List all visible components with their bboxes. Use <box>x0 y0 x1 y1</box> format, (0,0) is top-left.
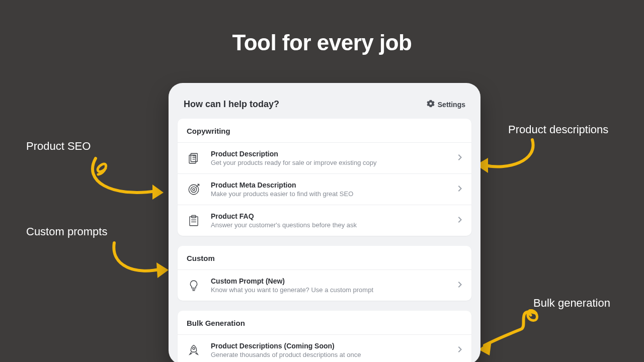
chevron-right-icon <box>457 345 462 355</box>
svg-marker-0 <box>152 185 164 200</box>
row-title: Custom Prompt (New) <box>211 277 457 285</box>
row-subtitle: Get your products ready for sale or impr… <box>211 159 457 166</box>
settings-button[interactable]: Settings <box>427 100 465 109</box>
card-title: How can I help today? <box>184 99 279 110</box>
svg-point-19 <box>193 347 195 349</box>
row-body: Product FAQ Answer your customer's quest… <box>211 212 457 229</box>
svg-point-10 <box>191 187 196 192</box>
callout-custom-prompts: Custom prompts <box>26 225 107 238</box>
row-body: Custom Prompt (New) Know what you want t… <box>211 277 457 294</box>
row-body: Product Meta Description Make your produ… <box>211 181 457 198</box>
section-title: Copywriting <box>178 119 471 143</box>
row-title: Product Descriptions (Coming Soon) <box>211 342 457 350</box>
row-subtitle: Generate thousands of product descriptio… <box>211 351 457 358</box>
row-subtitle: Make your products easier to find with g… <box>211 190 457 198</box>
callout-bulk-generation: Bulk generation <box>533 297 610 310</box>
row-title: Product Meta Description <box>211 181 457 189</box>
app-card: How can I help today? Settings Copywriti… <box>169 83 480 362</box>
row-subtitle: Know what you want to generate? Use a cu… <box>211 286 457 294</box>
svg-point-11 <box>193 188 195 190</box>
callout-product-seo: Product SEO <box>26 140 91 153</box>
section-custom: Custom Custom Prompt (New) Know what you… <box>178 246 471 301</box>
settings-label: Settings <box>438 101 465 109</box>
chevron-right-icon <box>457 184 462 195</box>
arrow-icon <box>473 136 538 183</box>
arrow-icon <box>475 309 546 361</box>
row-title: Product Description <box>211 150 457 158</box>
gear-icon <box>427 100 435 109</box>
card-header: How can I help today? Settings <box>178 99 471 119</box>
rocket-icon <box>187 343 201 357</box>
chevron-right-icon <box>457 153 462 163</box>
svg-marker-1 <box>156 262 169 278</box>
arrow-icon <box>88 153 169 206</box>
row-product-faq[interactable]: Product FAQ Answer your customer's quest… <box>178 205 471 236</box>
section-title: Bulk Generation <box>178 311 471 335</box>
documents-icon <box>187 151 201 165</box>
row-custom-prompt[interactable]: Custom Prompt (New) Know what you want t… <box>178 270 471 301</box>
row-bulk-product-descriptions[interactable]: Product Descriptions (Coming Soon) Gener… <box>178 335 471 362</box>
chevron-right-icon <box>457 215 462 226</box>
row-body: Product Description Get your products re… <box>211 150 457 166</box>
clipboard-icon <box>187 214 201 228</box>
lightbulb-icon <box>187 279 201 293</box>
section-title: Custom <box>178 246 471 270</box>
row-product-description[interactable]: Product Description Get your products re… <box>178 143 471 174</box>
row-product-meta-description[interactable]: Product Meta Description Make your produ… <box>178 174 471 205</box>
row-subtitle: Answer your customer's questions before … <box>211 221 457 229</box>
section-bulk: Bulk Generation Product Descriptions (Co… <box>178 311 471 362</box>
row-title: Product FAQ <box>211 212 457 220</box>
target-icon <box>187 183 201 197</box>
callout-product-descriptions: Product descriptions <box>508 123 608 136</box>
row-body: Product Descriptions (Coming Soon) Gener… <box>211 342 457 358</box>
hero-title: Tool for every job <box>0 30 644 55</box>
chevron-right-icon <box>457 280 462 291</box>
arrow-icon <box>108 239 174 286</box>
section-copywriting: Copywriting Product Description Get your… <box>178 119 471 236</box>
